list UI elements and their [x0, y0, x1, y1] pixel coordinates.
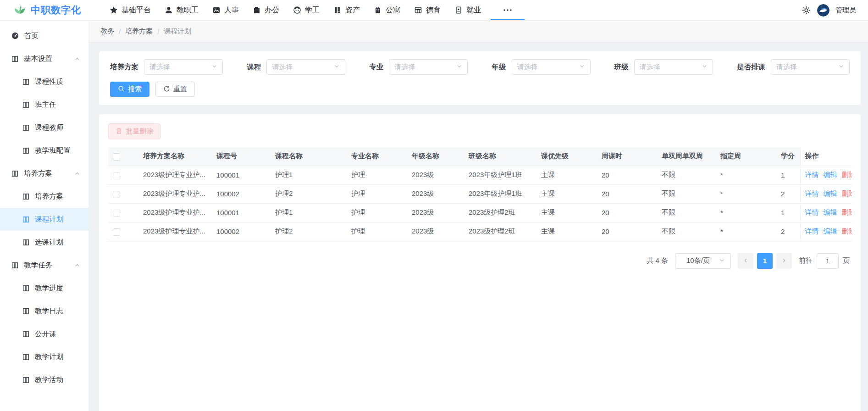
settings-gear-icon[interactable] — [802, 6, 811, 15]
nav-item-employment[interactable]: 就业 — [448, 0, 488, 20]
delete-link[interactable]: 删除 — [842, 189, 852, 197]
col-major: 专业名称 — [347, 147, 407, 166]
main-content: 教务 / 培养方案 / 课程计划 培养方案 请选择 课程 — [89, 21, 868, 411]
sidebar-item-teaching-class-config[interactable]: 教学班配置 — [0, 139, 88, 162]
sidebar-group-basic-settings[interactable]: 基本设置 — [0, 47, 88, 70]
sidebar-item-course-nature[interactable]: 课程性质 — [0, 70, 88, 93]
student-icon — [293, 6, 301, 14]
book-icon — [22, 330, 30, 338]
nav-item-students[interactable]: 学工 — [286, 0, 326, 20]
book-icon — [22, 124, 30, 132]
row-checkbox[interactable] — [113, 228, 120, 236]
sidebar-item-teaching-log[interactable]: 教学日志 — [0, 300, 88, 322]
filter-training-plan: 培养方案 请选择 — [110, 59, 223, 75]
select-all-checkbox[interactable] — [113, 153, 120, 161]
col-actions: 操作 — [800, 147, 851, 166]
page-size-select[interactable]: 10条/页 — [675, 253, 731, 269]
sidebar-item-home[interactable]: 首页 — [0, 24, 88, 47]
nav-item-assets[interactable]: 资产 — [326, 0, 367, 20]
table-header-row: 培养方案名称 课程号 课程名称 专业名称 年级名称 班级名称 课优先级 周课时 … — [108, 147, 851, 166]
edit-link[interactable]: 编辑 — [824, 208, 837, 216]
document-icon — [253, 6, 261, 14]
detail-link[interactable]: 详情 — [805, 171, 819, 178]
sidebar-item-training-plan[interactable]: 培养方案 — [0, 185, 88, 208]
row-checkbox[interactable] — [113, 210, 120, 217]
grade-select[interactable]: 请选择 — [512, 59, 591, 75]
chevron-up-icon — [74, 171, 80, 177]
book-icon — [22, 376, 30, 384]
sidebar-item-course-selection-plan[interactable]: 选课计划 — [0, 231, 88, 254]
delete-link[interactable]: 删除 — [842, 227, 852, 235]
sidebar-item-course-teacher[interactable]: 课程教师 — [0, 116, 88, 139]
chevron-down-icon — [334, 63, 340, 71]
breadcrumb-item-jiaowu[interactable]: 教务 — [100, 27, 114, 36]
user-name[interactable]: 管理员 — [835, 6, 856, 15]
course-select[interactable]: 请选择 — [266, 59, 345, 75]
sidebar-item-open-class[interactable]: 公开课 — [0, 322, 88, 345]
sidebar-item-course-plan[interactable]: 课程计划 — [0, 208, 88, 231]
table-panel: 批量删除 培养方案名称 课程号 课程名称 专业名称 — [99, 114, 861, 411]
building-icon — [374, 6, 382, 14]
col-plan-name: 培养方案名称 — [138, 147, 212, 166]
pagination: 共 4 条 10条/页 1 — [108, 253, 851, 269]
book-icon — [22, 193, 30, 200]
nav-item-staff[interactable]: 教职工 — [158, 0, 205, 20]
delete-link[interactable]: 删除 — [842, 171, 852, 178]
reset-button[interactable]: 重置 — [155, 82, 195, 97]
detail-link[interactable]: 详情 — [805, 227, 819, 235]
row-checkbox[interactable] — [113, 172, 120, 179]
table-row: 2023级护理专业护... 100002 护理2 护理 2023级 2023级护… — [108, 222, 851, 241]
trash-icon — [116, 128, 122, 136]
search-button[interactable]: 搜索 — [110, 82, 149, 97]
class-select[interactable]: 请选择 — [634, 59, 713, 75]
filter-class: 班级 请选择 — [614, 59, 713, 75]
user-avatar[interactable] — [817, 4, 829, 17]
nav-item-hr[interactable]: 人事 — [205, 0, 246, 20]
detail-link[interactable]: 详情 — [805, 189, 819, 197]
col-credit: 学分 — [776, 147, 800, 166]
row-checkbox[interactable] — [113, 191, 120, 198]
table-row: 2023级护理专业护... 100001 护理1 护理 2023级 2023级护… — [108, 203, 851, 222]
detail-link[interactable]: 详情 — [805, 208, 819, 216]
course-plan-table: 培养方案名称 课程号 课程名称 专业名称 年级名称 班级名称 课优先级 周课时 … — [108, 147, 851, 241]
book-icon — [22, 353, 30, 361]
book-icon — [11, 170, 19, 178]
nav-item-more[interactable] — [488, 0, 527, 20]
breadcrumb: 教务 / 培养方案 / 课程计划 — [89, 21, 868, 42]
page-number-button[interactable]: 1 — [757, 253, 773, 269]
book-icon — [22, 216, 30, 223]
book-icon — [22, 307, 30, 315]
picture-icon — [212, 6, 221, 14]
edit-link[interactable]: 编辑 — [824, 189, 837, 197]
chevron-down-icon — [456, 63, 462, 71]
batch-delete-button[interactable]: 批量删除 — [108, 123, 160, 139]
breadcrumb-item-course-plan: 课程计划 — [164, 27, 191, 36]
nav-item-office[interactable]: 办公 — [246, 0, 286, 20]
next-page-button[interactable] — [776, 253, 792, 269]
scheduled-select[interactable]: 请选择 — [771, 59, 850, 75]
app-logo[interactable]: 中职数字化 — [13, 3, 96, 17]
sidebar-item-head-teacher[interactable]: 班主任 — [0, 93, 88, 116]
nav-item-dorm[interactable]: 公寓 — [367, 0, 407, 20]
chevron-down-icon — [211, 63, 217, 71]
goto-page-input[interactable] — [817, 253, 839, 269]
sidebar-item-teaching-plan[interactable]: 教学计划 — [0, 345, 88, 368]
nav-item-platform[interactable]: 基础平台 — [103, 0, 158, 20]
prev-page-button[interactable] — [738, 253, 753, 269]
breadcrumb-item-training-plan[interactable]: 培养方案 — [125, 27, 153, 36]
book-icon — [22, 284, 30, 292]
training-plan-select[interactable]: 请选择 — [144, 59, 223, 75]
sidebar-item-teaching-progress[interactable]: 教学进度 — [0, 277, 88, 300]
sidebar-group-teaching-tasks[interactable]: 教学任务 — [0, 254, 88, 277]
table-row: 2023级护理专业护... 100002 护理2 护理 2023级 2023年级… — [108, 184, 851, 203]
book-icon — [22, 239, 30, 246]
edit-link[interactable]: 编辑 — [824, 171, 837, 178]
user-icon — [165, 6, 173, 14]
nav-item-moral[interactable]: 德育 — [407, 0, 448, 20]
sidebar-item-teaching-activity[interactable]: 教学活动 — [0, 368, 88, 391]
leaf-logo-icon — [13, 3, 27, 17]
sidebar-group-training-plan[interactable]: 培养方案 — [0, 162, 88, 185]
major-select[interactable]: 请选择 — [389, 59, 468, 75]
delete-link[interactable]: 删除 — [842, 208, 852, 216]
edit-link[interactable]: 编辑 — [824, 227, 837, 235]
